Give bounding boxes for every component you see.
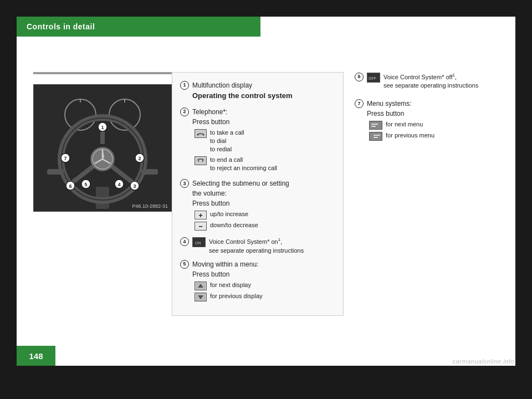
svg-line-38 [198,160,199,162]
item-3-sub1-text: up/to increase [210,210,248,218]
item-2-desc: Press button [192,117,335,127]
item-5-sub1-text: for next display [210,281,251,289]
circle-3: 3 [180,179,189,188]
svg-text:3: 3 [133,183,136,189]
svg-rect-53 [374,137,378,138]
minus-icon: − [195,222,207,231]
voice-on-icon: ON [192,237,206,247]
plus-icon: + [195,211,207,219]
item-7-sub1-text: for next menu [386,120,423,129]
svg-rect-52 [374,135,380,136]
item-6-label-row: OFF Voice Control System* off1,see separ… [367,72,510,90]
circle-5: 5 [180,260,189,269]
item-1-subtitle: Operating the control system [192,90,335,101]
item-5-row: 5 Moving within a menu: Press button for… [180,259,335,303]
item-5-sub2: for previous display [195,292,335,301]
content-box: 1 Multifunction display Operating the co… [172,72,344,316]
circle-7: 7 [355,99,364,108]
header-bar: Controls in detail [17,17,260,37]
svg-rect-50 [371,126,376,127]
item-2-label: Telephone*: [192,107,335,117]
photo-caption: P46.10-2882-31 [132,203,168,209]
item-4-text: Voice Control System* on1,see separate o… [209,237,304,254]
voice-off-icon: OFF [367,73,380,83]
item-7-content: Menu systems: Press button for next menu… [367,99,510,142]
svg-text:5: 5 [84,182,87,187]
svg-point-37 [203,134,204,135]
svg-text:7: 7 [64,156,66,161]
item-1-row: 1 Multifunction display Operating the co… [180,80,335,103]
item-6-content: OFF Voice Control System* off1,see separ… [367,72,510,90]
circle-6: 6 [355,73,364,81]
item-3-row: 3 Selecting the submenu or setting the v… [180,178,335,232]
item-4-row: 4 ON Voice Control System* on1,see separ… [180,237,335,254]
svg-text:6: 6 [69,183,71,189]
item-3-content: Selecting the submenu or setting the vol… [192,178,335,232]
item-3-label2: the volume: [192,188,335,198]
item-7-sub1: for next menu [369,120,510,130]
item-7-sub2-text: for previous menu [386,131,434,140]
item-2-sub1-text: to take a callto dialto redial [210,129,244,154]
item-7-sub2: for previous menu [369,131,510,141]
svg-point-36 [197,134,199,135]
item-3-label: Selecting the submenu or setting [192,178,335,188]
page-number-box: 148 [17,346,55,366]
right-panel: 6 OFF Voice Control System* off1,see sep… [355,72,510,151]
svg-rect-34 [47,169,64,175]
item-3-sub1: + up/to increase [195,210,335,219]
item-5-sub1: for next display [195,281,335,290]
item-5-desc: Press button [192,269,335,279]
item-7-label: Menu systems: [367,99,510,109]
svg-text:1: 1 [101,125,104,130]
page-number: 148 [29,351,43,361]
circle-4: 4 [180,237,189,246]
item-5-sub2-text: for previous display [210,292,263,300]
svg-rect-49 [371,124,378,125]
nav-up-icon [195,282,207,290]
item-7-row: 7 Menu systems: Press button for next me… [355,99,510,142]
svg-rect-35 [141,169,158,175]
image-area: 1 7 2 6 5 4 3 P46.10-2882-31 [33,72,183,212]
item-3-desc: Press button [192,198,335,208]
item-6-text: Voice Control System* off1,see separate … [383,72,478,90]
svg-line-39 [202,160,203,162]
item-5-label: Moving within a menu: [192,259,335,269]
steering-wheel-image: 1 7 2 6 5 4 3 P46.10-2882-31 [33,84,172,212]
svg-text:2: 2 [138,156,141,161]
item-6-row: 6 OFF Voice Control System* off1,see sep… [355,72,510,90]
phone-pickup-icon [195,129,207,138]
menu-prev-icon [369,132,382,141]
nav-down-icon [195,293,207,301]
svg-text:4: 4 [117,182,120,187]
item-4-content: ON Voice Control System* on1,see separat… [192,237,335,254]
item-2-sub2: to end a callto reject an incoming call [195,156,335,173]
header-title: Controls in detail [27,22,95,31]
item-1-title: Multifunction display [192,80,335,90]
item-2-content: Telephone*: Press button to take a callt… [192,107,335,175]
item-7-desc: Press button [367,109,510,119]
item-4-label-row: ON Voice Control System* on1,see separat… [192,237,335,254]
item-1-content: Multifunction display Operating the cont… [192,80,335,103]
circle-2: 2 [180,108,189,116]
item-2-sub2-text: to end a callto reject an incoming call [210,156,277,173]
phone-hangup-icon [195,156,207,165]
svg-rect-51 [370,132,381,140]
svg-text:OFF: OFF [369,76,376,80]
svg-rect-48 [370,121,381,129]
item-2-sub1: to take a callto dialto redial [195,129,335,154]
item-5-content: Moving within a menu: Press button for n… [192,259,335,303]
watermark: carmanualonline.info [452,358,514,365]
decorative-bar [33,72,172,74]
item-3-sub2-text: down/to decrease [210,221,258,229]
circle-1: 1 [180,81,189,90]
svg-text:ON: ON [195,241,201,245]
menu-next-icon [369,121,382,130]
item-2-row: 2 Telephone*: Press button to take a cal… [180,107,335,175]
item-3-sub2: − down/to decrease [195,221,335,231]
